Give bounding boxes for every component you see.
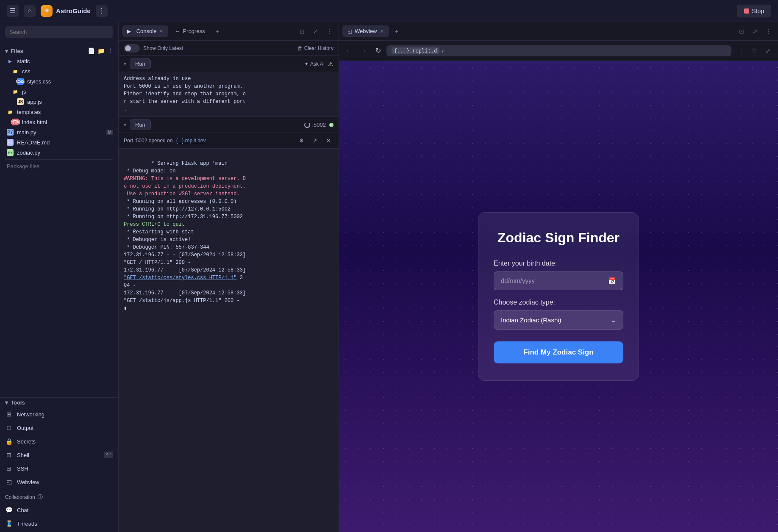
zodiac-type-select[interactable]: Indian Zodiac (Rashi) ⌄ (494, 310, 623, 330)
tab-webview[interactable]: ◱ Webview ✕ (342, 25, 389, 37)
webview-expand-button[interactable]: ⤢ (749, 25, 761, 37)
sidebar-item-templates[interactable]: 📁 templates (0, 107, 118, 117)
add-webview-tab[interactable]: + (391, 25, 403, 37)
folder-icon: ▶ (7, 58, 14, 64)
navigate-button[interactable]: → (734, 45, 746, 57)
back-button[interactable]: ← (343, 45, 355, 57)
chat-label: Chat (17, 507, 28, 513)
birth-date-field: Enter your birth date: dd/mm/yyyy 📅 (494, 260, 623, 290)
find-zodiac-button[interactable]: Find My Zodiac Sign (494, 341, 623, 363)
webview-tab-close[interactable]: ✕ (380, 28, 384, 34)
console-tabs: ▶_ Console ✕ ↔ Progress + ⊡ ⤢ ⋮ (119, 22, 339, 41)
webview-actions: ♡ ⤢ (748, 45, 774, 57)
sidebar-item-webview[interactable]: ◱ Webview (0, 475, 118, 489)
sidebar-item-static[interactable]: ▶ static (0, 56, 118, 66)
modified-badge: M (106, 130, 113, 135)
first-run-button[interactable]: Run (130, 58, 151, 69)
expand-button[interactable]: ⤢ (310, 25, 322, 37)
sidebar-item-chat[interactable]: 💬 Chat (0, 503, 118, 517)
folder-icon: 📁 (7, 108, 14, 115)
tools-label: Tools (11, 399, 25, 406)
close-port-button[interactable]: ✕ (323, 136, 333, 146)
new-file-icon[interactable]: 📄 (88, 47, 95, 54)
sidebar-item-ssh[interactable]: ⊟ SSH (0, 462, 118, 475)
tab-progress[interactable]: ↔ Progress (170, 25, 210, 37)
sidebar-item-threads[interactable]: 🧵 Threads (0, 517, 118, 530)
sidebar-item-main-py[interactable]: PY main.py M (0, 127, 118, 137)
warning-icon: ⚠ (328, 61, 333, 67)
clear-history-button[interactable]: 🗑 Clear History (297, 45, 333, 51)
md-file-icon: MD (7, 139, 14, 146)
birth-date-input[interactable]: dd/mm/yyyy 📅 (494, 272, 623, 290)
console-panel: ▶_ Console ✕ ↔ Progress + ⊡ ⤢ ⋮ Show Onl… (119, 22, 339, 532)
forward-button[interactable]: → (358, 45, 370, 57)
sidebar-item-js[interactable]: 📁 js (0, 86, 118, 97)
sidebar-item-styles-css[interactable]: CSS styles.css (0, 76, 118, 86)
webview-icon: ◱ (5, 478, 13, 486)
console-warning: WARNING: This is a development server. D… (124, 176, 246, 197)
console-css-link[interactable]: "GET /static/css/styles.css HTTP/1.1" (124, 275, 236, 281)
output-icon: □ (5, 424, 13, 432)
network-icon: ⊞ (5, 410, 13, 418)
sidebar-item-app-js[interactable]: JS app.js (0, 97, 118, 107)
threads-icon: 🧵 (5, 520, 13, 527)
more-files-icon[interactable]: ⋮ (107, 47, 113, 54)
new-folder-icon[interactable]: 📁 (97, 47, 105, 54)
port-link[interactable]: {...}.replit.dev (176, 138, 206, 144)
templates-label: templates (17, 109, 41, 115)
ask-ai-button[interactable]: ✦ Ask AI (304, 61, 325, 67)
show-latest-toggle[interactable] (124, 44, 140, 53)
sidebar-toggle[interactable]: ☰ (7, 5, 19, 17)
collab-info-icon[interactable]: ⓘ (38, 493, 43, 501)
webview-tab-icon: ◱ (347, 28, 352, 34)
stop-label: Stop (752, 8, 764, 14)
webview-more-button[interactable]: ⋮ (763, 25, 775, 37)
sidebar-item-readme[interactable]: MD README.md (0, 137, 118, 147)
stop-button[interactable]: Stop (737, 5, 771, 17)
show-latest-label: Show Only Latest (143, 45, 183, 51)
tab-console[interactable]: ▶_ Console ✕ (122, 25, 168, 37)
zodiac-type-value: Indian Zodiac (Rashi) (501, 316, 561, 324)
add-tab-button[interactable]: + (211, 25, 223, 37)
external-link-icon[interactable]: ↗ (310, 136, 320, 146)
sidebar-item-secrets[interactable]: 🔒 Secrets (0, 435, 118, 448)
menu-button[interactable]: ⋮ (96, 5, 108, 17)
refresh-button[interactable]: ↻ (372, 45, 384, 57)
sidebar-item-networking[interactable]: ⊞ Networking (0, 407, 118, 421)
ai-icon: ✦ (304, 61, 308, 67)
home-button[interactable]: ⌂ (24, 5, 36, 17)
progress-tab-label: Progress (183, 28, 205, 34)
sidebar-item-index-html[interactable]: HTM index.html (0, 117, 118, 127)
folder-icon: 📁 (12, 68, 19, 75)
files-header[interactable]: ▾ Files 📄 📁 ⋮ (0, 46, 118, 56)
bookmark-button[interactable]: ♡ (748, 45, 760, 57)
more-options-button[interactable]: ⋮ (323, 25, 335, 37)
sidebar-item-css[interactable]: 📁 css (0, 66, 118, 76)
console-tab-close[interactable]: ✕ (159, 28, 163, 34)
sidebar-item-output[interactable]: □ Output (0, 421, 118, 435)
second-run-toggle[interactable]: ▾ (124, 122, 126, 128)
webview-split-button[interactable]: ⊡ (736, 25, 747, 37)
split-view-button[interactable]: ⊡ (296, 25, 308, 37)
shell-badge: ^ ' (104, 452, 113, 458)
port-number: :5002 (312, 122, 326, 128)
app-name: AstroGuide (56, 7, 91, 14)
calendar-icon: 📅 (608, 277, 616, 285)
settings-icon[interactable]: ⚙ (296, 136, 306, 146)
url-domain: {...}.replit.d (392, 47, 439, 54)
console-line-3: * Restarting with stat * Debugger is act… (124, 229, 246, 273)
collab-header: Collaboration ⓘ (0, 491, 118, 503)
green-status-dot (329, 123, 333, 127)
url-bar[interactable]: {...}.replit.d / (386, 45, 731, 56)
search-input[interactable] (5, 26, 113, 38)
sidebar-item-package-files[interactable]: Package files (0, 161, 118, 171)
tools-header[interactable]: ▾ Tools (0, 398, 118, 407)
open-external-button[interactable]: ⤢ (762, 45, 774, 57)
sidebar-item-zodiac-py[interactable]: PY zodiac.py (0, 147, 118, 158)
first-run-toggle[interactable]: ▾ (124, 61, 126, 67)
console-tab-label: Console (136, 28, 157, 34)
second-run-button[interactable]: Run (130, 119, 151, 130)
py-main-file-icon: PY (7, 129, 14, 136)
sidebar-item-shell[interactable]: ⊡ Shell ^ ' (0, 448, 118, 462)
progress-icon: ↔ (175, 28, 180, 34)
